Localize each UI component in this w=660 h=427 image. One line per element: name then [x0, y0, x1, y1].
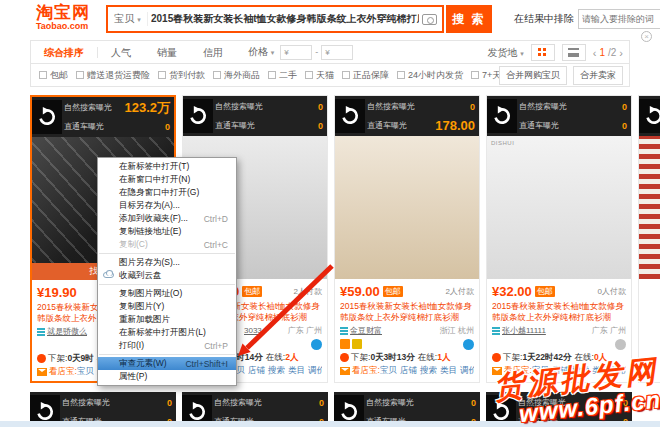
context-menu-item[interactable]: 复制(C) Ctrl+C — [98, 238, 236, 251]
seller-link[interactable]: 金豆财富 — [350, 325, 382, 336]
context-menu-item[interactable]: 复制图片(Y) — [98, 300, 236, 313]
next-page-button[interactable]: › — [619, 47, 623, 59]
natural-exposure-label: 自然搜索曝光 — [367, 101, 415, 112]
checkbox-icon[interactable] — [213, 71, 221, 79]
context-menu-item[interactable]: 目标另存为(A)... — [98, 199, 236, 212]
product-image[interactable] — [335, 136, 479, 279]
search-category-dropdown[interactable]: 宝贝 ▾ — [108, 12, 148, 26]
seller-link[interactable]: 张小越11111 — [502, 325, 546, 336]
context-menu-item[interactable]: 复制链接地址(E) — [98, 225, 236, 238]
checkbox-icon[interactable] — [342, 71, 350, 79]
merge-items-button[interactable]: 合并网购宝贝 — [499, 66, 567, 85]
ship-from-dropdown[interactable]: 发货地 ▾ — [487, 46, 523, 60]
kandianbao-link[interactable]: 类目 — [440, 365, 457, 377]
price: ¥32.00 — [492, 284, 532, 299]
context-menu-item[interactable]: 在新标签中打开(T) — [98, 160, 236, 173]
kandianbao-link[interactable]: 调价 — [612, 365, 626, 377]
search-button[interactable]: 搜 索 — [446, 5, 492, 33]
merge-sellers-button[interactable]: 合并卖家 — [573, 66, 623, 85]
checkbox-icon[interactable] — [471, 71, 479, 79]
kandianbao-icon — [340, 367, 350, 375]
prev-page-button[interactable]: ‹ — [593, 47, 597, 59]
context-menu-item[interactable]: 重新加载图片 — [98, 313, 236, 326]
checkbox-icon[interactable] — [158, 71, 166, 79]
price-max-input[interactable]: ¥ — [321, 45, 353, 60]
kandianbao-link[interactable]: 宝贝 — [532, 365, 549, 377]
product-title[interactable]: 2015春秋装新女装长袖t恤女款修身韩版条纹上衣外穿纯棉打底衫潮 — [340, 301, 474, 323]
train-exposure-value: 0 — [622, 121, 627, 131]
wangwang-icon[interactable] — [615, 339, 626, 350]
current-page: 1 — [599, 47, 605, 58]
context-menu-item[interactable]: 在新标签中打开图片(L) — [98, 326, 236, 339]
exposure-logo-icon — [32, 100, 62, 134]
product-image[interactable] — [639, 136, 660, 279]
search-input[interactable] — [148, 14, 422, 25]
kandianbao-link[interactable]: 店铺 — [400, 365, 417, 377]
list-view-button[interactable] — [562, 44, 586, 61]
filter-checkbox[interactable]: 24小时内发货 — [397, 69, 463, 82]
product-card[interactable]: 自然搜索曝光0 直通车曝光178.00 ¥59.00包邮2人付款 2015春秋装… — [334, 95, 480, 383]
kandianbao-link[interactable]: 类目 — [288, 365, 305, 377]
sort-tab[interactable]: 销量 — [144, 47, 190, 58]
filter-checkbox[interactable]: 包邮 — [39, 69, 68, 82]
kandianbao-link[interactable]: 类目 — [592, 365, 609, 377]
product-card[interactable]: 自然搜索曝光0 直通车曝光0 — [638, 95, 660, 383]
search-box: 宝贝 ▾ — [106, 5, 444, 33]
context-menu-item[interactable]: 收藏到云盘 — [98, 269, 236, 282]
context-menu-item[interactable]: 添加到收藏夹(F)... Ctrl+D — [98, 212, 236, 225]
wangwang-icon[interactable] — [311, 339, 322, 350]
product-card[interactable]: 自然搜索曝光0 直通车曝光0 DISHUI ¥32.00包邮0人付款 2015春… — [486, 95, 632, 383]
context-menu-item[interactable]: 图片另存为(S)... — [98, 256, 236, 269]
kandianbao-link[interactable]: 店铺 — [552, 365, 569, 377]
train-exposure-label: 直通车曝光 — [215, 120, 255, 131]
filter-checkbox[interactable]: 天猫 — [305, 69, 334, 82]
context-menu-item[interactable]: 属性(P) — [98, 370, 236, 383]
product-title[interactable]: 2015春秋装新女装长袖t恤女款修身韩版条纹上衣外穿纯棉打底衫潮 — [492, 301, 626, 323]
checkbox-icon[interactable] — [39, 71, 47, 79]
sort-price-dropdown[interactable]: 价格 ▾ — [236, 45, 280, 59]
sort-tab[interactable]: 信用 — [190, 47, 236, 58]
countdown: 0天9时 — [67, 353, 93, 365]
kandianbao-link[interactable]: 搜索 — [268, 365, 285, 377]
filter-checkbox[interactable]: 正品保障 — [342, 69, 389, 82]
location: 广东 广州 — [288, 325, 322, 336]
checkbox-icon[interactable] — [76, 71, 84, 79]
checkbox-icon[interactable] — [397, 71, 405, 79]
camera-icon[interactable] — [422, 14, 437, 25]
kandianbao-label: 看店宝: — [352, 365, 380, 377]
natural-exposure-label: 自然搜索曝光 — [62, 397, 110, 408]
kandianbao-link[interactable]: 店铺 — [248, 365, 265, 377]
chevron-down-icon: ▾ — [520, 50, 524, 57]
seller-link[interactable]: 就是骄傲么 — [47, 326, 87, 337]
filter-checkbox[interactable]: 货到付款 — [158, 69, 205, 82]
kandianbao-label: 看店宝: — [504, 365, 532, 377]
kandianbao-link[interactable]: 调价 — [460, 365, 474, 377]
grid-view-button[interactable] — [531, 44, 555, 61]
offshelf-label: 下架: — [351, 352, 370, 364]
kandianbao-link[interactable]: 搜索 — [420, 365, 437, 377]
kandianbao-link[interactable]: 调价 — [308, 365, 322, 377]
checkbox-icon[interactable] — [268, 71, 276, 79]
filter-checkbox[interactable]: 海外商品 — [213, 69, 260, 82]
context-menu-item[interactable]: 审查元素(W) Ctrl+Shift+I — [98, 357, 236, 370]
kandianbao-link[interactable]: 搜索 — [572, 365, 589, 377]
context-menu-item[interactable]: 复制图片网址(O) — [98, 287, 236, 300]
brand-label: DISHUI — [491, 140, 514, 146]
context-menu-item[interactable]: 打印(I) Ctrl+P — [98, 339, 236, 352]
context-menu-item[interactable]: 在隐身窗口中打开(G) — [98, 186, 236, 199]
filter-checkbox[interactable]: 赠送退货运费险 — [76, 69, 150, 82]
close-icon[interactable]: × — [641, 31, 652, 42]
cloud-icon — [103, 272, 114, 278]
product-image[interactable]: DISHUI — [487, 136, 631, 279]
exclude-input[interactable] — [578, 9, 660, 29]
price-min-input[interactable]: ¥ — [280, 45, 312, 60]
wangwang-icon[interactable] — [463, 339, 474, 350]
context-menu-item[interactable]: 在新窗口中打开(N) — [98, 173, 236, 186]
sort-tab[interactable]: 综合排序 — [31, 47, 98, 58]
filter-checkbox[interactable]: 二手 — [268, 69, 297, 82]
checkbox-icon[interactable] — [305, 71, 313, 79]
sort-tab[interactable]: 人气 — [98, 47, 144, 58]
taobao-logo[interactable]: 淘宝网 Taobao.com — [36, 4, 90, 31]
kandianbao-link[interactable]: 宝贝 — [380, 365, 397, 377]
kandianbao-link[interactable]: 宝贝 — [77, 366, 94, 378]
